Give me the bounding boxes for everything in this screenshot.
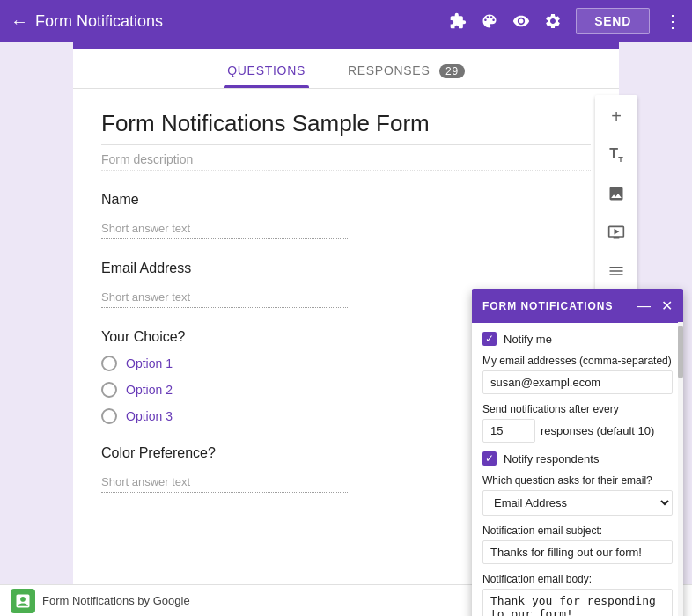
right-toolbar: + TT <box>595 95 637 292</box>
notify-me-checkbox[interactable]: ✓ <box>482 332 497 346</box>
question-name-answer: Short answer text <box>101 218 348 239</box>
radio-label-2: Option 2 <box>126 383 173 397</box>
check-icon-2: ✓ <box>485 453 494 464</box>
panel-body: ✓ Notify me My email addresses (comma-se… <box>472 323 683 616</box>
notify-respondents-checkbox[interactable]: ✓ <box>482 451 497 466</box>
add-image-button[interactable] <box>599 176 634 211</box>
notify-me-row: ✓ Notify me <box>482 332 673 346</box>
radio-label-3: Option 3 <box>126 409 173 423</box>
radio-circle-2 <box>101 382 117 398</box>
video-icon <box>607 224 625 241</box>
panel-title: FORM NOTIFICATIONS <box>482 300 613 312</box>
close-button[interactable]: ✕ <box>661 297 673 314</box>
email-field-label: My email addresses (comma-separated) <box>482 355 673 367</box>
radio-label-1: Option 1 <box>126 356 173 370</box>
add-video-button[interactable] <box>599 215 634 250</box>
page-title: Form Notifications <box>35 12 442 31</box>
topbar: ← Form Notifications SEND ⋮ <box>0 0 692 42</box>
email-input[interactable] <box>482 370 673 394</box>
notifications-panel: FORM NOTIFICATIONS — ✕ ✓ Notify me My em… <box>472 289 683 616</box>
which-question-label: Which question asks for their email? <box>482 474 673 487</box>
panel-header: FORM NOTIFICATIONS — ✕ <box>472 289 683 323</box>
panel-scrollbar-thumb <box>678 326 683 378</box>
tab-questions[interactable]: QUESTIONS <box>224 49 309 88</box>
forms-logo <box>14 592 32 610</box>
back-icon: ← <box>11 11 28 32</box>
send-after-suffix: responses (default 10) <box>541 424 654 437</box>
question-name: Name Short answer text <box>101 192 591 239</box>
tab-responses[interactable]: RESPONSES 29 <box>344 49 468 88</box>
add-title-button[interactable]: TT <box>599 137 634 172</box>
form-description: Form description <box>101 152 591 171</box>
add-element-button[interactable]: + <box>599 99 634 134</box>
email-subject-input[interactable] <box>482 540 673 564</box>
radio-circle-3 <box>101 408 117 424</box>
email-subject-label: Notification email subject: <box>482 524 673 537</box>
which-question-select[interactable]: Email Address Name <box>482 490 673 516</box>
send-button[interactable]: SEND <box>576 8 650 34</box>
bottom-text: Form Notifications by Google <box>42 594 190 607</box>
section-icon <box>607 262 625 280</box>
palette-icon[interactable] <box>481 12 498 30</box>
panel-header-icons: — ✕ <box>637 297 673 314</box>
notify-me-label: Notify me <box>504 333 552 346</box>
question-email-label: Email Address <box>101 260 591 276</box>
email-body-input[interactable]: Thank you for responding to our form! <box>482 589 673 616</box>
question-name-label: Name <box>101 192 591 208</box>
topbar-icons: SEND ⋮ <box>449 8 681 34</box>
add-section-button[interactable] <box>599 253 634 289</box>
question-color-answer: Short answer text <box>101 472 348 493</box>
panel-scrollbar[interactable] <box>678 322 683 616</box>
image-icon <box>607 185 625 202</box>
minimize-button[interactable]: — <box>637 297 651 314</box>
add-icon: + <box>611 106 622 127</box>
email-body-label: Notification email body: <box>482 573 673 585</box>
tabs: QUESTIONS RESPONSES 29 <box>73 49 619 89</box>
text-icon: TT <box>609 146 622 164</box>
back-button[interactable]: ← <box>11 11 28 32</box>
google-forms-icon <box>11 589 35 613</box>
send-after-row: responses (default 10) <box>482 419 673 443</box>
check-icon: ✓ <box>485 334 494 344</box>
settings-icon[interactable] <box>544 12 562 30</box>
puzzle-icon[interactable] <box>449 12 467 30</box>
main-area: QUESTIONS RESPONSES 29 Form Notification… <box>0 42 692 616</box>
send-after-input[interactable] <box>482 419 535 443</box>
question-email-answer: Short answer text <box>101 287 348 308</box>
preview-icon[interactable] <box>512 12 530 30</box>
more-menu-button[interactable]: ⋮ <box>664 11 681 32</box>
send-after-label: Send notifications after every <box>482 403 673 415</box>
responses-badge: 29 <box>439 64 465 78</box>
notify-respondents-row: ✓ Notify respondents <box>482 451 673 466</box>
form-title: Form Notifications Sample Form <box>101 110 591 145</box>
form-top-border <box>73 42 619 49</box>
notify-respondents-label: Notify respondents <box>504 452 599 466</box>
radio-circle-1 <box>101 356 117 371</box>
